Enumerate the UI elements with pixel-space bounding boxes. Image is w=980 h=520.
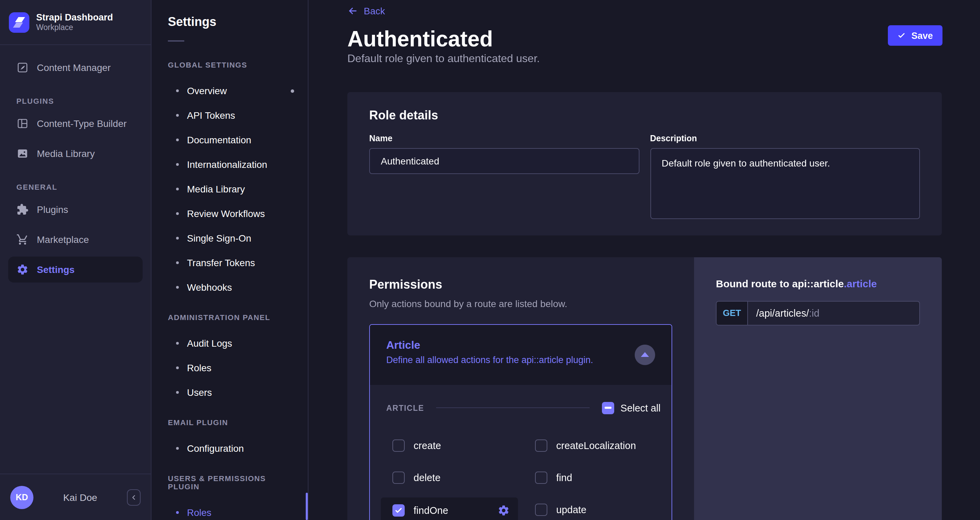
subnav-item-label: Documentation xyxy=(187,134,251,145)
bullet-icon xyxy=(176,261,179,264)
strapi-logo-icon xyxy=(9,12,29,32)
brand-text: Strapi Dashboard Workplace xyxy=(36,11,113,33)
subnav-item-label: Single Sign-On xyxy=(187,233,251,243)
select-all-label: Select all xyxy=(620,402,660,413)
user-name: Kai Doe xyxy=(39,492,121,503)
content-type-builder-icon xyxy=(16,118,29,130)
bullet-icon xyxy=(176,447,179,450)
role-details-title: Role details xyxy=(369,108,920,122)
action-createLocalization[interactable]: createLocalization xyxy=(523,433,660,458)
route-path-text: /api/articles/ xyxy=(756,307,809,318)
subnav-title: Settings xyxy=(168,15,291,29)
checkbox-unchecked[interactable] xyxy=(392,471,405,483)
subnav-scrollbar-thumb[interactable] xyxy=(306,493,308,520)
sidebar-footer: KD Kai Doe xyxy=(0,474,151,520)
http-method-badge: GET xyxy=(717,301,748,324)
bullet-icon xyxy=(176,391,179,394)
article-accordion-header[interactable]: Article Define all allowed actions for t… xyxy=(370,324,671,385)
bound-route-title-text: Bound route to api::article xyxy=(716,277,844,289)
sidebar-item-marketplace[interactable]: Marketplace xyxy=(8,227,143,253)
select-all-control[interactable]: Select all xyxy=(602,402,660,414)
action-findOne[interactable]: findOne xyxy=(381,497,518,520)
bullet-icon xyxy=(176,366,179,369)
checkbox-checked[interactable] xyxy=(392,504,405,516)
name-value: Authenticated xyxy=(381,155,439,166)
content-manager-icon xyxy=(16,61,29,74)
bound-route-panel: Bound route to api::article.article GET … xyxy=(694,257,942,520)
sidebar-item-content-type-builder[interactable]: Content-Type Builder xyxy=(8,111,143,137)
checkbox-unchecked[interactable] xyxy=(535,439,547,452)
gear-icon xyxy=(16,263,29,276)
action-update[interactable]: update xyxy=(523,497,660,520)
save-button[interactable]: Save xyxy=(888,25,942,46)
sidebar-item-media-library[interactable]: Media Library xyxy=(8,141,143,167)
subnav-item-label: Roles xyxy=(187,363,212,373)
media-library-icon xyxy=(16,147,29,160)
bullet-icon xyxy=(176,114,179,117)
subnav-item-label: Configuration xyxy=(187,443,244,454)
subnav-item-up-roles[interactable]: Roles xyxy=(151,500,308,520)
subnav-section-title: EMAIL PLUGIN xyxy=(168,418,291,426)
bullet-icon xyxy=(176,188,179,191)
article-accordion-body: ARTICLE Select all create xyxy=(370,396,671,520)
sidebar-item-label: Media Library xyxy=(37,148,95,159)
advanced-settings-gear-icon[interactable] xyxy=(498,504,510,516)
role-details-card: Role details Name Authenticated Descript… xyxy=(347,92,942,235)
save-label: Save xyxy=(912,30,933,41)
action-delete[interactable]: delete xyxy=(381,465,518,490)
bullet-icon xyxy=(176,163,179,166)
select-all-checkbox-indeterminate[interactable] xyxy=(602,402,614,414)
subnav-section-title: USERS & PERMISSIONS PLUGIN xyxy=(168,474,291,491)
name-field[interactable]: Authenticated xyxy=(369,148,639,174)
subnav-item-media-library[interactable]: Media Library xyxy=(151,177,308,201)
checkbox-unchecked[interactable] xyxy=(535,471,547,483)
permissions-card: Permissions Only actions bound by a rout… xyxy=(347,257,694,520)
subnav-list: Audit Logs Roles Users xyxy=(151,331,308,405)
accordion-title: Article xyxy=(386,338,655,351)
subnav-item-label: Audit Logs xyxy=(187,338,232,349)
subnav-item-review-workflows[interactable]: Review Workflows xyxy=(151,201,308,226)
subnav-item-audit-logs[interactable]: Audit Logs xyxy=(151,331,308,356)
subnav-item-documentation[interactable]: Documentation xyxy=(151,127,308,152)
subnav-item-single-sign-on[interactable]: Single Sign-On xyxy=(151,226,308,250)
action-label: find xyxy=(556,472,572,483)
route-display: GET /api/articles/:id xyxy=(716,301,920,325)
subnav-list: Configuration xyxy=(151,436,308,461)
route-path: /api/articles/:id xyxy=(748,301,827,324)
app-window: Strapi Dashboard Workplace Content Manag… xyxy=(0,0,980,520)
subnav-item-transfer-tokens[interactable]: Transfer Tokens xyxy=(151,250,308,275)
group-divider xyxy=(436,407,590,408)
notification-dot-icon xyxy=(291,89,294,92)
sidebar-item-label: Plugins xyxy=(37,204,68,215)
subnav-item-users[interactable]: Users xyxy=(151,380,308,405)
bullet-icon xyxy=(176,511,179,514)
description-field[interactable]: Default role given to authenticated user… xyxy=(650,148,920,219)
sidebar-item-settings[interactable]: Settings xyxy=(8,257,143,283)
sidebar-section-general: GENERAL xyxy=(16,183,134,191)
accordion-collapse-button[interactable] xyxy=(635,344,655,365)
bullet-icon xyxy=(176,89,179,92)
action-label: findOne xyxy=(414,505,449,515)
action-find[interactable]: find xyxy=(523,465,660,490)
collapse-sidebar-button[interactable] xyxy=(127,489,141,505)
sidebar-item-content-manager[interactable]: Content Manager xyxy=(8,55,143,81)
sidebar-nav: Content Manager PLUGINS Content-Type Bui… xyxy=(0,45,151,283)
settings-subnav: Settings GLOBAL SETTINGS Overview API To… xyxy=(151,0,309,520)
subnav-item-label: Users xyxy=(187,387,212,398)
subnav-item-label: Roles xyxy=(187,507,212,518)
subnav-item-overview[interactable]: Overview xyxy=(151,78,308,103)
subnav-item-label: Webhooks xyxy=(187,282,232,293)
subnav-section-title: ADMINISTRATION PANEL xyxy=(168,313,291,321)
subnav-item-configuration[interactable]: Configuration xyxy=(151,436,308,461)
action-create[interactable]: create xyxy=(381,433,518,458)
sidebar-item-plugins[interactable]: Plugins xyxy=(8,197,143,223)
subnav-item-webhooks[interactable]: Webhooks xyxy=(151,275,308,300)
subnav-item-api-tokens[interactable]: API Tokens xyxy=(151,103,308,127)
workspace-brand: Strapi Dashboard Workplace xyxy=(0,0,151,45)
subnav-item-internationalization[interactable]: Internationalization xyxy=(151,152,308,177)
accordion-description: Define all allowed actions for the api::… xyxy=(386,355,655,366)
back-link[interactable]: Back xyxy=(347,5,385,16)
checkbox-unchecked[interactable] xyxy=(535,503,547,515)
subnav-item-admin-roles[interactable]: Roles xyxy=(151,356,308,380)
checkbox-unchecked[interactable] xyxy=(392,439,405,452)
